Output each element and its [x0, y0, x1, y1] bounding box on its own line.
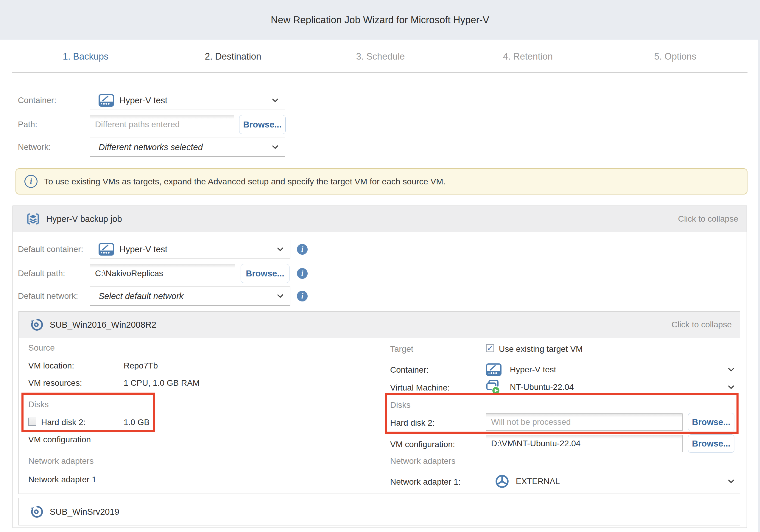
- collapse-hint: Click to collapse: [678, 214, 738, 224]
- default-network-dropdown[interactable]: Select default network: [90, 287, 290, 306]
- use-existing-vm-label: Use existing target VM: [499, 343, 583, 355]
- tabs-divider: [12, 73, 747, 73]
- target-vm-dropdown[interactable]: NT-Ubuntu-22.04: [486, 378, 738, 396]
- target-adapter-label: Network adapter 1:: [390, 476, 461, 488]
- second-job-bar[interactable]: SUB_WinSrv2019: [19, 498, 740, 525]
- virtual-machine-icon: [486, 379, 501, 395]
- chevron-down-icon: [272, 98, 278, 103]
- target-heading: Target: [390, 343, 413, 355]
- tab-retention[interactable]: 4. Retention: [454, 46, 601, 67]
- source-disks-heading: Disks: [28, 399, 49, 411]
- source-disk-label: Hard disk 2:: [41, 416, 85, 428]
- chevron-down-icon: [728, 385, 735, 389]
- target-disk-browse-button[interactable]: Browse...: [688, 413, 735, 431]
- network-dropdown[interactable]: Different networks selected: [90, 138, 285, 157]
- chevron-down-icon: [728, 479, 735, 483]
- source-heading: Source: [28, 342, 55, 354]
- chevron-down-icon: [728, 367, 735, 372]
- vm-resources-value: 1 CPU, 1.0 GB RAM: [123, 377, 200, 389]
- chevron-down-icon: [277, 247, 284, 251]
- default-network-label: Default network:: [18, 287, 78, 306]
- hyperv-host-icon: [486, 363, 501, 376]
- info-banner-text: To use existing VMs as targets, expand t…: [44, 177, 446, 186]
- target-vm-config-input[interactable]: [486, 435, 683, 452]
- target-disk-input[interactable]: [486, 413, 683, 431]
- network-label: Network:: [18, 138, 51, 157]
- default-path-input[interactable]: [90, 264, 235, 283]
- collapse-hint: Click to collapse: [672, 320, 732, 329]
- target-disks-heading: Disks: [390, 399, 410, 411]
- default-path-info-icon[interactable]: i: [297, 268, 308, 279]
- chevron-down-icon: [272, 145, 278, 149]
- vm-resources-label: VM resources:: [28, 377, 82, 389]
- default-network-value: Select default network: [99, 291, 183, 301]
- column-divider: [379, 338, 379, 494]
- wizard-window: New Replication Job Wizard for Microsoft…: [0, 0, 760, 532]
- default-container-label: Default container:: [18, 240, 83, 259]
- network-icon: [495, 474, 509, 489]
- default-container-dropdown[interactable]: Hyper-V test: [90, 240, 290, 259]
- chevron-down-icon: [277, 294, 284, 298]
- target-vm-label: Virtual Machine:: [390, 382, 450, 394]
- target-adapter-dropdown[interactable]: EXTERNAL: [495, 471, 738, 492]
- target-container-label: Container:: [390, 364, 429, 376]
- info-icon: i: [24, 175, 37, 188]
- replication-job-icon: [29, 318, 43, 331]
- target-disk-label: Hard disk 2:: [390, 417, 435, 429]
- vm-panel: SUB_Win2016_Win2008R2 Click to collapse: [19, 311, 740, 494]
- use-existing-vm-checkbox[interactable]: [486, 344, 494, 352]
- network-value: Different networks selected: [99, 142, 203, 152]
- vm-location-label: VM location:: [28, 360, 74, 372]
- target-vm-config-label: VM configuration:: [390, 438, 455, 450]
- container-label: Container:: [18, 91, 56, 110]
- path-input[interactable]: [90, 115, 234, 134]
- job-panel-header[interactable]: Hyper-V backup job Click to collapse: [13, 206, 747, 232]
- container-dropdown[interactable]: Hyper-V test: [90, 91, 285, 110]
- source-disk-size: 1.0 GB: [123, 416, 150, 428]
- source-disk-checkbox[interactable]: [28, 417, 36, 426]
- hyperv-host-icon: [99, 94, 114, 107]
- source-vm-config-label: VM configuration: [28, 434, 91, 446]
- page-title: New Replication Job Wizard for Microsoft…: [0, 0, 760, 40]
- default-network-info-icon[interactable]: i: [297, 291, 308, 302]
- tab-schedule[interactable]: 3. Schedule: [307, 46, 454, 67]
- source-network-heading: Network adapters: [28, 455, 94, 467]
- target-vm-value: NT-Ubuntu-22.04: [510, 381, 574, 393]
- default-path-label: Default path:: [18, 264, 65, 283]
- vm-panel-header[interactable]: SUB_Win2016_Win2008R2 Click to collapse: [19, 312, 740, 338]
- target-container-value: Hyper-V test: [510, 364, 556, 376]
- default-container-info-icon[interactable]: i: [297, 244, 308, 255]
- vm-panel-title: SUB_Win2016_Win2008R2: [50, 320, 156, 330]
- default-path-browse-button[interactable]: Browse...: [241, 264, 289, 283]
- path-browse-button[interactable]: Browse...: [239, 115, 286, 134]
- target-container-dropdown[interactable]: Hyper-V test: [486, 361, 738, 378]
- container-value: Hyper-V test: [119, 96, 167, 106]
- tab-destination[interactable]: 2. Destination: [159, 46, 307, 67]
- source-adapter-label: Network adapter 1: [28, 474, 96, 486]
- replication-job-icon: [29, 505, 43, 519]
- target-adapter-value: EXTERNAL: [516, 475, 560, 487]
- tab-backups[interactable]: 1. Backups: [12, 46, 159, 67]
- path-label: Path:: [18, 115, 37, 134]
- second-job-title: SUB_WinSrv2019: [50, 507, 119, 517]
- target-vm-config-browse-button[interactable]: Browse...: [688, 434, 735, 453]
- vm-location-value: Repo7Tb: [123, 360, 158, 372]
- default-container-value: Hyper-V test: [119, 245, 167, 254]
- backup-job-icon: [26, 213, 40, 225]
- info-banner: i To use existing VMs as targets, expand…: [16, 168, 747, 195]
- job-panel-title: Hyper-V backup job: [46, 214, 122, 224]
- target-network-heading: Network adapters: [390, 455, 455, 467]
- hyperv-host-icon: [99, 243, 114, 256]
- tab-options[interactable]: 5. Options: [601, 46, 749, 67]
